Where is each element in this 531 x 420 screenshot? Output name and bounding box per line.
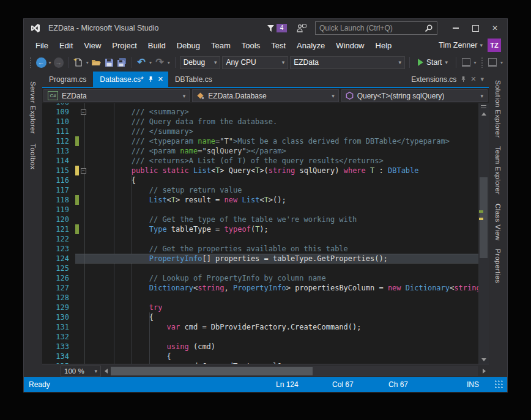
title-bar[interactable]: EZData - Microsoft Visual Studio 4 Quick…: [24, 19, 507, 37]
menu-item-tools[interactable]: Tools: [236, 39, 266, 52]
code-line[interactable]: 124 PropertyInfo[] properties = tableTyp…: [42, 254, 478, 263]
send-feedback-button[interactable]: [297, 24, 306, 32]
status-column-number[interactable]: Col 67: [332, 380, 388, 389]
startup-project-dropdown[interactable]: EZData ▾: [290, 56, 405, 69]
code-line[interactable]: 126 // Lookup of PropertyInfo by column …: [42, 273, 478, 283]
code-editor[interactable]: 108109− /// <summary>110 /// Query data …: [42, 103, 489, 364]
toolbar-extra-dropdown[interactable]: ▾: [500, 60, 503, 65]
code-line[interactable]: 110 /// Query data from the database.: [42, 117, 478, 127]
tab-list-chevron-icon[interactable]: ▾: [480, 75, 484, 83]
close-icon[interactable]: ✕: [158, 75, 163, 83]
code-line[interactable]: 112 /// <typeparam name="T">Must be a cl…: [42, 136, 478, 146]
splitter-handle[interactable]: [478, 103, 489, 109]
code-line[interactable]: 117 // setup return value: [42, 185, 478, 195]
menu-item-debug[interactable]: Debug: [171, 39, 206, 52]
document-tab-databasecs[interactable]: Database.cs*✕: [93, 72, 168, 87]
chevron-down-icon[interactable]: ▾: [480, 42, 483, 48]
open-file-button[interactable]: [91, 57, 102, 68]
code-line[interactable]: 135 cmd.CommandText = sqlQuery;: [42, 361, 478, 364]
code-line[interactable]: 125: [42, 263, 478, 273]
close-icon[interactable]: ✕: [470, 75, 476, 83]
minimize-button[interactable]: [446, 21, 466, 35]
save-all-button[interactable]: [116, 57, 127, 68]
redo-dropdown[interactable]: ▾: [168, 60, 170, 65]
menu-item-build[interactable]: Build: [143, 39, 171, 52]
code-line[interactable]: 132: [42, 332, 478, 342]
code-line[interactable]: 116 {: [42, 175, 478, 185]
vertical-scrollbar[interactable]: [478, 103, 489, 364]
scroll-up-button[interactable]: [478, 109, 489, 118]
code-line[interactable]: 131 var cmd = DbProviderFactory.CreateCo…: [42, 322, 478, 332]
horizontal-scroll-track[interactable]: [111, 366, 478, 376]
code-line[interactable]: 128: [42, 293, 478, 303]
navigate-forward-button[interactable]: →: [54, 57, 64, 68]
code-line[interactable]: 111 /// </summary>: [42, 127, 478, 136]
menu-item-test[interactable]: Test: [266, 39, 291, 52]
navigate-back-button[interactable]: ←: [36, 57, 46, 68]
member-dropdown[interactable]: Query<T>(string sqlQuery) ▾: [341, 89, 488, 102]
code-area[interactable]: 108109− /// <summary>110 /// Query data …: [42, 103, 478, 364]
pin-icon[interactable]: [461, 76, 466, 83]
menu-item-project[interactable]: Project: [106, 39, 142, 52]
user-avatar[interactable]: TZ: [488, 39, 501, 52]
solution-configuration-dropdown[interactable]: Debug ▾: [180, 56, 221, 69]
code-line[interactable]: 122: [42, 234, 478, 244]
navigate-back-dropdown[interactable]: ▾: [49, 60, 51, 65]
type-dropdown[interactable]: EZData.Database ▾: [192, 89, 338, 102]
resize-grip[interactable]: [495, 380, 503, 389]
tool-window-tab-server-explorer[interactable]: Server Explorer: [29, 81, 37, 134]
notifications-button[interactable]: 4: [267, 24, 287, 32]
code-line[interactable]: 121 Type tableType = typeof(T);: [42, 224, 478, 234]
status-insert-mode[interactable]: INS: [467, 380, 495, 389]
status-line-number[interactable]: Ln 124: [276, 380, 332, 389]
background-document-tab[interactable]: Extensions.cs ✕ ▾: [411, 72, 489, 87]
start-debugging-button[interactable]: Start ▾: [414, 56, 451, 69]
zoom-dropdown[interactable]: 100 % ▾: [61, 366, 101, 377]
code-line[interactable]: 119: [42, 205, 478, 215]
code-line[interactable]: 127 Dictionary<string, PropertyInfo> pro…: [42, 283, 478, 293]
code-line[interactable]: 109− /// <summary>: [42, 107, 478, 117]
collapse-box[interactable]: −: [81, 109, 86, 115]
maximize-button[interactable]: [466, 21, 485, 35]
code-line[interactable]: 118 List<T> result = new List<T>();: [42, 195, 478, 205]
solution-platform-dropdown[interactable]: Any CPU ▾: [222, 56, 288, 69]
collapse-box[interactable]: −: [81, 168, 86, 174]
menu-item-edit[interactable]: Edit: [54, 39, 78, 52]
close-button[interactable]: ✕: [485, 21, 505, 35]
tool-window-tab-properties[interactable]: Properties: [494, 249, 502, 283]
new-file-button[interactable]: [73, 57, 84, 68]
code-line[interactable]: 134 {: [42, 352, 478, 361]
horizontal-scroll-thumb[interactable]: [111, 367, 313, 375]
menu-item-help[interactable]: Help: [370, 39, 398, 52]
search-icon[interactable]: [425, 24, 433, 32]
toolbar-grip[interactable]: [29, 57, 32, 68]
toolbar-grip[interactable]: [481, 57, 484, 68]
menu-item-analyze[interactable]: Analyze: [291, 39, 330, 52]
code-line[interactable]: 114 /// <returns>A List (of T) of the qu…: [42, 156, 478, 166]
tool-window-tab-solution-explorer[interactable]: Solution Explorer: [494, 80, 502, 138]
status-character-number[interactable]: Ch 67: [388, 380, 467, 389]
scroll-left-button[interactable]: [101, 369, 111, 374]
undo-button[interactable]: ↶: [136, 57, 147, 68]
scroll-down-button[interactable]: [478, 355, 489, 364]
code-line[interactable]: 123 // Get the properties available on t…: [42, 244, 478, 254]
vertical-scroll-track[interactable]: [478, 118, 489, 355]
step-toolbar-button[interactable]: [487, 57, 498, 68]
pin-icon[interactable]: [148, 76, 154, 83]
code-line[interactable]: 120 // Get the type of the table we're w…: [42, 215, 478, 224]
breakpoint-toolbar-button[interactable]: [461, 57, 472, 68]
redo-button[interactable]: ↷: [154, 57, 165, 68]
menu-item-view[interactable]: View: [78, 39, 106, 52]
code-line[interactable]: 130 {: [42, 312, 478, 322]
code-line[interactable]: 113 /// <param name="sqlQuery"></param>: [42, 146, 478, 156]
document-tab-programcs[interactable]: Program.cs: [42, 72, 93, 87]
menu-item-team[interactable]: Team: [206, 39, 236, 52]
tool-window-tab-class-view[interactable]: Class View: [494, 204, 502, 241]
scroll-right-button[interactable]: [479, 369, 489, 374]
code-line[interactable]: 115− public static List<T> Query<T>(stri…: [42, 166, 478, 175]
code-line[interactable]: 133 using (cmd): [42, 342, 478, 352]
code-line[interactable]: 129 try: [42, 303, 478, 312]
undo-dropdown[interactable]: ▾: [149, 60, 152, 65]
document-tab-dbtablecs[interactable]: DBTable.cs: [168, 72, 219, 87]
tool-window-tab-team-explorer[interactable]: Team Explorer: [494, 146, 502, 194]
